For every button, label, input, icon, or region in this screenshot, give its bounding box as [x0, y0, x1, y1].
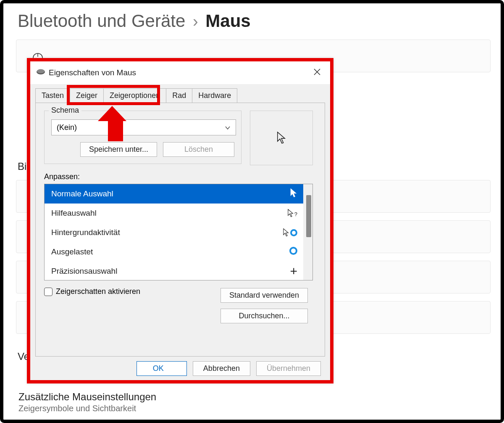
tab-strip: Tasten Zeiger Zeigeroptionen Rad Hardwar…: [35, 88, 325, 103]
cursor-item-label: Hilfeauswahl: [51, 209, 97, 218]
cursor-preview: [250, 111, 313, 165]
tab-tasten[interactable]: Tasten: [35, 88, 70, 103]
close-button[interactable]: [310, 66, 324, 79]
cursor-listbox[interactable]: Normale Auswahl Hilfeauswahl ? Hinte: [44, 184, 313, 280]
svg-marker-6: [278, 132, 285, 143]
tab-hardware[interactable]: Hardware: [192, 88, 237, 103]
tab-zeigeroptionen[interactable]: Zeigeroptionen: [103, 88, 166, 103]
cursor-item-precision[interactable]: Präzisionsauswahl +: [45, 262, 304, 280]
breadcrumb-current: Maus: [205, 11, 250, 31]
additional-settings-title[interactable]: Zusätzliche Mauseinstellungen: [18, 391, 486, 403]
breadcrumb: Bluetooth und Geräte › Maus: [18, 11, 488, 31]
customize-label: Anpassen:: [44, 172, 316, 181]
cursor-busy-icon: [289, 247, 297, 257]
additional-settings-subtitle: Zeigersymbole und Sichtbarkeit: [18, 404, 486, 413]
tab-rad[interactable]: Rad: [166, 88, 192, 103]
dialog-titlebar: Eigenschaften von Maus: [30, 61, 330, 84]
schema-value: (Kein): [57, 123, 77, 132]
cursor-item-label: Präzisionsauswahl: [51, 267, 117, 276]
svg-marker-9: [284, 229, 289, 236]
tab-zeiger[interactable]: Zeiger: [70, 88, 104, 103]
breadcrumb-parent[interactable]: Bluetooth und Geräte: [18, 11, 185, 31]
save-as-button[interactable]: Speichern unter...: [80, 142, 157, 157]
chevron-down-icon: [225, 123, 231, 132]
svg-point-3: [37, 69, 45, 74]
pointer-shadow-label: Zeigerschatten aktivieren: [56, 287, 140, 296]
svg-marker-8: [288, 209, 293, 217]
pointer-shadow-checkbox[interactable]: [44, 288, 52, 296]
cursor-item-label: Hintergrundaktivität: [51, 228, 120, 237]
cursor-item-label: Ausgelastet: [51, 247, 93, 256]
schema-combobox[interactable]: (Kein): [51, 119, 236, 135]
svg-marker-7: [291, 188, 296, 196]
mouse-device-icon: [36, 69, 45, 77]
breadcrumb-separator: ›: [190, 13, 201, 30]
dialog-title: Eigenschaften von Maus: [49, 68, 136, 77]
cursor-item-background-busy[interactable]: Hintergrundaktivität: [45, 223, 304, 242]
tab-panel-zeiger: Schema (Kein) Speichern unter... Löschen…: [35, 103, 325, 357]
cancel-button[interactable]: Abbrechen: [193, 361, 250, 376]
ok-button[interactable]: OK: [136, 361, 187, 376]
cursor-item-busy[interactable]: Ausgelastet: [45, 242, 304, 262]
cursor-item-normal[interactable]: Normale Auswahl: [45, 184, 304, 204]
mouse-properties-dialog: Eigenschaften von Maus Tasten Zeiger Zei…: [27, 58, 333, 383]
delete-button: Löschen: [163, 142, 234, 157]
cursor-arrow-icon: [290, 188, 297, 200]
cursor-help-icon: ?: [287, 209, 297, 217]
cursor-item-label: Normale Auswahl: [51, 189, 113, 198]
schema-groupbox: Schema (Kein) Speichern unter... Löschen: [44, 111, 242, 164]
cursor-background-busy-icon: [283, 228, 297, 237]
cursor-precision-icon: +: [290, 267, 297, 275]
scrollbar-thumb[interactable]: [306, 195, 311, 237]
schema-legend: Schema: [49, 106, 81, 115]
annotation-arrow-icon: [105, 106, 126, 141]
listbox-scrollbar[interactable]: [303, 184, 312, 280]
apply-button: Übernehmen: [256, 361, 321, 376]
cursor-item-help[interactable]: Hilfeauswahl ?: [45, 204, 304, 223]
use-default-button[interactable]: Standard verwenden: [220, 288, 308, 303]
browse-button[interactable]: Durchsuchen...: [220, 309, 308, 323]
